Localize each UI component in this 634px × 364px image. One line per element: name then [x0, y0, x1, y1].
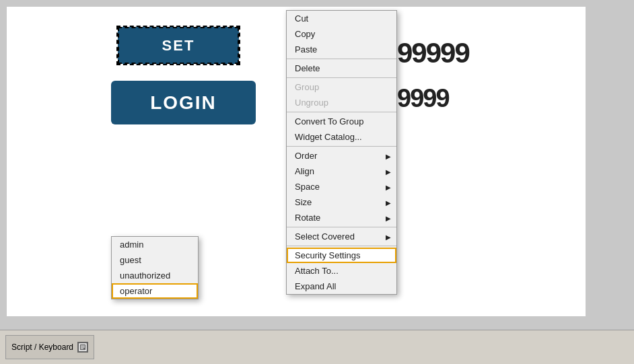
menu-separator-4 — [287, 146, 396, 147]
menu-item-copy[interactable]: Copy — [287, 26, 396, 42]
menu-separator-1 — [287, 59, 396, 59]
canvas-numbers-2: 9999 — [397, 84, 449, 113]
menu-item-widget-catalog[interactable]: Widget Catalog... — [287, 129, 396, 145]
menu-item-security-settings[interactable]: Security Settings — [287, 248, 396, 263]
bottom-bar-script-section[interactable]: Script / Keyboard — [5, 335, 94, 359]
login-button[interactable]: LOGIN — [111, 81, 256, 124]
menu-item-paste[interactable]: Paste — [287, 42, 396, 57]
menu-item-rotate[interactable]: Rotate — [287, 210, 396, 225]
menu-item-cut[interactable]: Cut — [287, 11, 396, 26]
set-button[interactable]: SET — [118, 27, 239, 64]
security-submenu: admin guest unauthorized operator — [111, 236, 199, 299]
submenu-item-admin[interactable]: admin — [112, 237, 198, 252]
context-menu: Cut Copy Paste Delete Group Ungroup Conv… — [286, 10, 397, 295]
menu-item-ungroup: Ungroup — [287, 95, 396, 110]
menu-item-expand-all[interactable]: Expand All — [287, 279, 396, 294]
menu-item-select-covered[interactable]: Select Covered — [287, 229, 396, 244]
submenu-item-guest[interactable]: guest — [112, 252, 198, 268]
submenu-item-unauthorized[interactable]: unauthorized — [112, 268, 198, 283]
menu-item-group: Group — [287, 79, 396, 95]
bottom-bar: Script / Keyboard — [0, 330, 634, 364]
menu-separator-6 — [287, 246, 396, 246]
menu-separator-3 — [287, 112, 396, 112]
menu-item-attach-to[interactable]: Attach To... — [287, 263, 396, 279]
menu-item-align[interactable]: Align — [287, 163, 396, 179]
script-icon — [77, 342, 88, 353]
menu-item-order[interactable]: Order — [287, 148, 396, 163]
menu-item-delete[interactable]: Delete — [287, 61, 396, 76]
canvas-numbers-1: 99999 — [397, 37, 469, 69]
menu-item-convert-to-group[interactable]: Convert To Group — [287, 114, 396, 129]
menu-separator-2 — [287, 77, 396, 78]
submenu-item-operator[interactable]: operator — [112, 283, 198, 299]
menu-separator-5 — [287, 227, 396, 227]
script-label: Script / Keyboard — [11, 342, 73, 352]
menu-item-space[interactable]: Space — [287, 179, 396, 194]
menu-item-size[interactable]: Size — [287, 194, 396, 210]
